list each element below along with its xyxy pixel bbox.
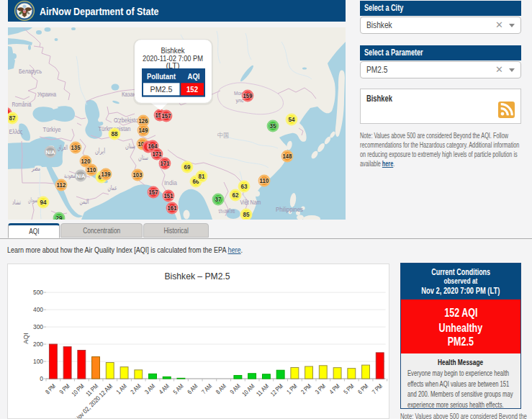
svg-text:1 PM: 1 PM — [285, 382, 298, 395]
svg-text:10 PM: 10 PM — [71, 382, 86, 397]
svg-text:3 AM: 3 AM — [143, 382, 156, 395]
svg-text:120: 120 — [81, 158, 91, 165]
svg-text:112: 112 — [57, 181, 66, 189]
svg-text:11 AM: 11 AM — [255, 382, 270, 397]
svg-text:6 AM: 6 AM — [186, 382, 199, 395]
svg-text:4 AM: 4 AM — [158, 382, 171, 395]
svg-text:Philippines: Philippines — [276, 206, 303, 213]
svg-text:O'zbekiston: O'zbekiston — [114, 117, 141, 124]
svg-text:37: 37 — [215, 196, 222, 203]
svg-text:148: 148 — [283, 153, 292, 160]
svg-text:ستان: ستان — [125, 143, 135, 150]
svg-text:110: 110 — [260, 177, 269, 184]
svg-text:87: 87 — [9, 114, 16, 122]
svg-text:Беларусь: Беларусь — [19, 68, 42, 75]
svg-text:PM2.5: PM2.5 — [150, 85, 173, 94]
svg-text:159: 159 — [243, 92, 253, 99]
svg-text:9 AM: 9 AM — [228, 382, 241, 395]
svg-text:ประเทศไทย: ประเทศไทย — [219, 208, 235, 215]
svg-text:69: 69 — [184, 163, 191, 171]
svg-text:12 PM: 12 PM — [269, 382, 284, 397]
svg-text:India: India — [164, 179, 177, 186]
svg-text:0: 0 — [40, 375, 43, 382]
svg-text:2 PM: 2 PM — [299, 382, 312, 395]
svg-text:AQI: AQI — [22, 333, 30, 343]
svg-text:6 PM: 6 PM — [356, 382, 369, 395]
svg-text:171: 171 — [153, 150, 162, 158]
svg-text:Ελλάς: Ελλάς — [9, 128, 23, 135]
svg-text:54: 54 — [289, 116, 295, 123]
svg-text:29: 29 — [56, 215, 63, 220]
svg-text:400: 400 — [33, 306, 43, 313]
svg-text:149: 149 — [139, 127, 148, 134]
svg-text:500: 500 — [33, 289, 43, 296]
svg-text:3 PM: 3 PM — [314, 382, 327, 395]
svg-text:2 AM: 2 AM — [129, 382, 142, 395]
svg-text:România: România — [12, 101, 32, 108]
svg-text:7 AM: 7 AM — [200, 382, 213, 395]
svg-text:8 AM: 8 AM — [215, 382, 227, 395]
svg-text:300: 300 — [33, 323, 43, 330]
svg-text:63: 63 — [241, 183, 248, 190]
svg-text:62: 62 — [233, 192, 239, 199]
svg-text:110: 110 — [87, 166, 96, 174]
svg-text:88: 88 — [112, 130, 118, 138]
svg-text:中国: 中国 — [217, 132, 229, 139]
svg-text:Việt Nam: Việt Nam — [240, 199, 261, 206]
svg-text:Bishkek – PM2.5: Bishkek – PM2.5 — [164, 271, 230, 281]
svg-text:81: 81 — [199, 173, 205, 180]
svg-text:85: 85 — [243, 211, 250, 218]
svg-text:10 AM: 10 AM — [240, 382, 256, 397]
svg-text:103: 103 — [133, 171, 143, 179]
svg-text:171: 171 — [161, 160, 170, 167]
svg-text:مصر: مصر — [31, 164, 40, 172]
svg-text:Украина: Украина — [37, 91, 56, 98]
svg-text:139: 139 — [102, 171, 111, 178]
svg-text:126: 126 — [139, 117, 148, 125]
svg-text:100: 100 — [33, 358, 43, 365]
svg-text:N/A: N/A — [76, 173, 86, 179]
svg-text:AQI: AQI — [188, 72, 200, 81]
svg-text:8 PM: 8 PM — [44, 382, 57, 395]
svg-text:157: 157 — [162, 112, 171, 120]
svg-text:151: 151 — [164, 192, 173, 199]
svg-text:35: 35 — [270, 122, 276, 130]
svg-text:157: 157 — [149, 189, 158, 196]
svg-text:200: 200 — [33, 341, 43, 348]
svg-text:5 PM: 5 PM — [342, 382, 355, 395]
svg-text:1 AM: 1 AM — [115, 382, 128, 395]
svg-text:135: 135 — [71, 144, 81, 151]
svg-text:ستان: ستان — [138, 154, 148, 161]
svg-text:N/A: N/A — [46, 149, 55, 156]
svg-text:4 PM: 4 PM — [328, 382, 341, 395]
svg-text:94: 94 — [40, 199, 47, 206]
svg-text:Pollutant: Pollutant — [147, 72, 176, 81]
svg-text:152: 152 — [186, 85, 198, 94]
svg-text:اليمن: اليمن — [80, 198, 89, 205]
svg-text:العراق: العراق — [58, 144, 68, 151]
svg-text:161: 161 — [168, 204, 177, 212]
svg-text:ايران: ايران — [95, 147, 105, 155]
svg-text:Türkiye: Türkiye — [43, 126, 61, 133]
svg-text:7 PM: 7 PM — [371, 382, 384, 395]
svg-text:9 PM: 9 PM — [58, 382, 71, 395]
svg-text:تشاد: تشاد — [12, 199, 21, 206]
svg-text:5 AM: 5 AM — [172, 382, 185, 395]
svg-text:عمان: عمان — [108, 184, 117, 192]
